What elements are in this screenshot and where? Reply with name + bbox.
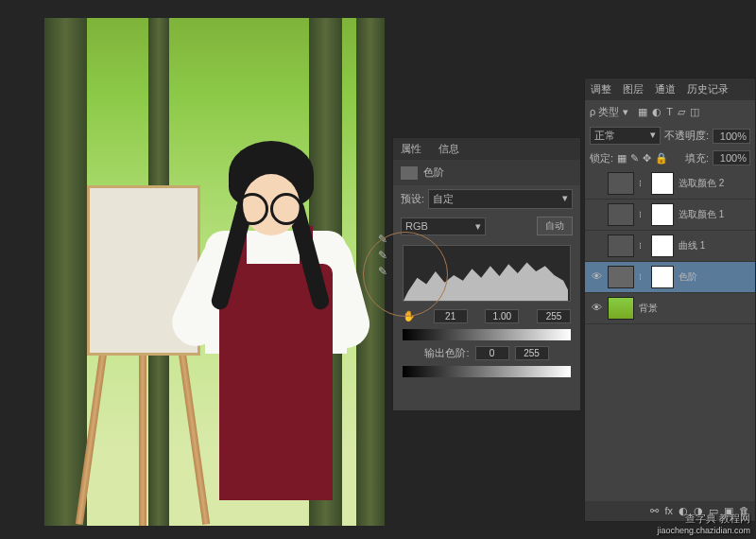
lock-brush-icon[interactable]: ✎: [630, 152, 639, 165]
layers-panel: 调整 图层 通道 历史记录 ρ 类型 ▾ ▦ ◐ T ▱ ◫ 正常▾ 不透明度:…: [584, 78, 756, 522]
layer-thumbnail[interactable]: [608, 172, 634, 195]
layer-name[interactable]: 选取颜色 2: [679, 177, 750, 190]
link-icon: ⁞: [639, 210, 646, 219]
visibility-toggle[interactable]: [590, 177, 603, 190]
input-gamma-field[interactable]: [485, 309, 519, 323]
layer-mask[interactable]: [651, 235, 674, 257]
eyedropper-gray-icon[interactable]: ✎: [378, 249, 391, 262]
layer-row[interactable]: ⁞ 选取颜色 2: [585, 168, 755, 200]
eyedropper-white-icon[interactable]: ✎: [378, 265, 391, 278]
layer-thumbnail[interactable]: [608, 235, 634, 257]
visibility-toggle[interactable]: 👁: [590, 270, 603, 284]
layer-row[interactable]: ⁞ 曲线 1: [585, 231, 755, 262]
filter-type-icon[interactable]: T: [666, 106, 673, 118]
opacity-label: 不透明度:: [664, 129, 709, 143]
layer-mask[interactable]: [651, 203, 674, 226]
levels-icon: [401, 166, 418, 180]
lock-transparency-icon[interactable]: ▦: [617, 152, 627, 165]
link-icon: ⁞: [639, 272, 646, 282]
layer-mask[interactable]: [651, 266, 674, 288]
tab-layers[interactable]: 图层: [620, 80, 646, 98]
layer-name[interactable]: 选取颜色 1: [679, 208, 750, 221]
blend-mode-dropdown[interactable]: 正常▾: [590, 127, 661, 145]
link-icon: ⁞: [639, 179, 646, 188]
layer-name[interactable]: 背景: [639, 302, 750, 315]
tab-channels[interactable]: 通道: [652, 80, 679, 98]
layer-row[interactable]: 👁 背景: [585, 293, 755, 324]
lock-all-icon[interactable]: 🔒: [655, 152, 668, 165]
layer-thumbnail[interactable]: [608, 203, 634, 226]
visibility-toggle[interactable]: [590, 208, 603, 221]
watermark: 查字典 教程网 jiaocheng.chazidian.com: [657, 512, 750, 535]
input-gradient[interactable]: [403, 329, 571, 340]
tab-adjustments[interactable]: 调整: [588, 80, 614, 98]
chevron-down-icon: ▾: [650, 129, 656, 143]
adjustment-title: 色阶: [423, 165, 444, 180]
link-icon: ⁞: [639, 241, 646, 251]
watermark-main: 查字典 教程网: [657, 512, 750, 526]
input-black-field[interactable]: [434, 309, 468, 323]
fill-label: 填充:: [685, 151, 709, 165]
photo-content: [44, 18, 385, 526]
tab-history[interactable]: 历史记录: [684, 80, 731, 98]
layer-thumbnail[interactable]: [608, 266, 634, 288]
eyedropper-tools: ✎ ✎ ✎: [378, 233, 391, 278]
opacity-field[interactable]: 100%: [713, 129, 750, 144]
preset-label: 预设:: [401, 192, 424, 206]
output-black-field[interactable]: [475, 346, 509, 360]
tab-info[interactable]: 信息: [435, 140, 463, 158]
histogram[interactable]: [403, 245, 571, 302]
filter-adjust-icon[interactable]: ◐: [652, 106, 662, 118]
visibility-toggle[interactable]: [590, 239, 603, 252]
eyedropper-black-icon[interactable]: ✎: [378, 233, 391, 246]
hand-icon[interactable]: ✋: [403, 310, 416, 322]
visibility-toggle[interactable]: 👁: [590, 302, 603, 315]
layer-mask[interactable]: [651, 172, 674, 195]
layer-row[interactable]: ⁞ 选取颜色 1: [585, 200, 755, 231]
output-gradient[interactable]: [403, 366, 571, 377]
channel-dropdown[interactable]: RGB▾: [401, 217, 486, 235]
filter-shape-icon[interactable]: ▱: [678, 106, 685, 118]
layer-name[interactable]: 曲线 1: [679, 239, 750, 252]
layer-name[interactable]: 色阶: [679, 270, 750, 284]
document-canvas[interactable]: [44, 18, 385, 526]
properties-panel: 属性 信息 色阶 预设: 自定▾ RGB▾ 自动 ✎ ✎ ✎ ✋ 输出色阶:: [392, 137, 581, 411]
filter-label: ρ 类型: [590, 105, 619, 119]
output-label: 输出色阶:: [424, 346, 469, 360]
lock-position-icon[interactable]: ✥: [643, 152, 651, 165]
layer-row[interactable]: 👁 ⁞ 色阶: [585, 262, 755, 293]
chevron-down-icon[interactable]: ▾: [623, 106, 628, 118]
tab-properties[interactable]: 属性: [397, 140, 425, 158]
fill-field[interactable]: 100%: [713, 150, 750, 165]
chevron-down-icon: ▾: [475, 220, 481, 233]
preset-dropdown[interactable]: 自定▾: [428, 189, 573, 209]
watermark-sub: jiaocheng.chazidian.com: [657, 526, 750, 535]
properties-tabs: 属性 信息: [393, 138, 580, 160]
filter-smart-icon[interactable]: ◫: [690, 106, 699, 118]
auto-button[interactable]: 自动: [537, 217, 573, 235]
input-white-field[interactable]: [537, 309, 571, 323]
chevron-down-icon: ▾: [562, 192, 568, 206]
layer-thumbnail[interactable]: [608, 297, 634, 320]
filter-pixel-icon[interactable]: ▦: [638, 106, 647, 118]
output-white-field[interactable]: [515, 346, 549, 360]
layers-tabs: 调整 图层 通道 历史记录: [585, 78, 755, 100]
lock-label: 锁定:: [590, 151, 613, 165]
